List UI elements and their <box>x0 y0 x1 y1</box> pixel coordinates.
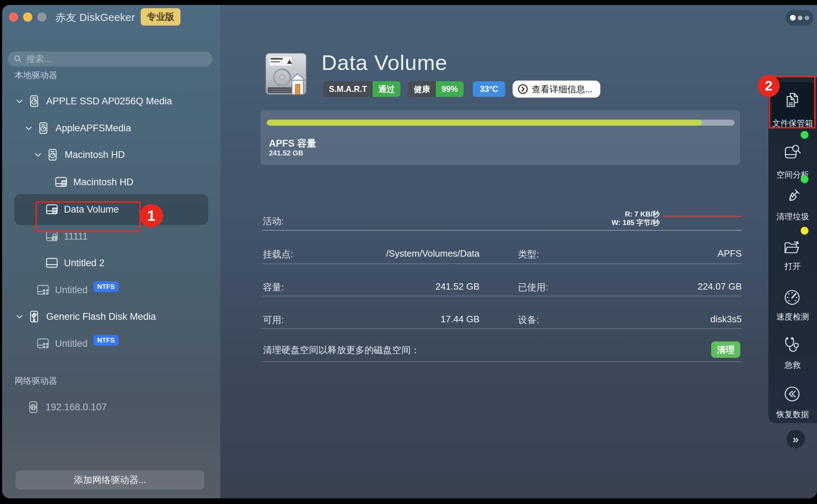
clean-button[interactable]: 清理 <box>711 341 740 358</box>
health-label: 健康 <box>408 81 436 97</box>
analyze-icon[interactable] <box>782 143 802 163</box>
capacity-size: 241.52 GB <box>269 149 303 157</box>
drive-item-macintosh-hd[interactable]: Macintosh HD <box>2 141 220 168</box>
temperature-badge: 33°C <box>473 81 505 97</box>
volume-lock-icon <box>45 230 58 243</box>
info-label: 挂载点: <box>263 248 293 261</box>
filesystem-badge: NTFS <box>93 281 119 292</box>
volume-ntfs-icon <box>37 284 49 296</box>
smart-label: S.M.A.R.T <box>323 81 373 97</box>
yellow-status-dot <box>801 227 808 235</box>
activity-label: 活动: <box>263 215 284 228</box>
zoom-button[interactable] <box>37 12 47 22</box>
view-details-label: 查看详细信息... <box>532 83 593 95</box>
green-status-dot <box>801 131 808 139</box>
recover-icon[interactable] <box>782 384 802 404</box>
drive-item-untitled-2[interactable]: Untitled 2 <box>2 250 220 276</box>
search-icon <box>13 55 22 63</box>
info-label: 类型: <box>518 248 539 261</box>
open-icon[interactable] <box>782 239 802 258</box>
capacity-progress-bar <box>267 120 735 126</box>
filesystem-badge: NTFS <box>93 335 119 346</box>
minimize-button[interactable] <box>23 12 32 22</box>
sidebar: 赤友 DiskGeeker 专业版 本地驱动器 APPLE SSD AP0256… <box>2 5 220 498</box>
tool-label: 急救 <box>768 360 817 371</box>
disk-icon <box>46 148 59 161</box>
info-label: 容量: <box>263 281 284 294</box>
section-network-drives: 网络驱动器 <box>15 375 57 387</box>
info-value: 224.07 GB <box>698 281 742 292</box>
divider <box>262 263 742 264</box>
drive-item-untitled[interactable]: UntitledNTFS <box>2 330 220 357</box>
drive-item-label: Untitled <box>55 338 88 349</box>
activity-write-speed: W: 185 字节/秒 <box>612 218 660 228</box>
vault-icon[interactable] <box>782 91 802 110</box>
chevron-down-icon[interactable] <box>15 97 24 106</box>
capacity-progress-fill <box>267 120 702 126</box>
add-network-drive-button[interactable]: 添加网络驱动器... <box>16 470 204 489</box>
annotation-step1: 1 <box>140 204 163 228</box>
smart-status-badge: S.M.A.R.T 通过 <box>323 81 400 97</box>
search-box[interactable] <box>8 51 212 66</box>
speed-icon[interactable] <box>782 287 802 307</box>
divider <box>262 296 742 296</box>
info-label: 已使用: <box>518 281 548 294</box>
view-details-button[interactable]: 查看详细信息... <box>513 81 600 98</box>
clean-hint-label: 清理硬盘空间以释放更多的磁盘空间： <box>263 344 420 356</box>
app-window: Data Volume S.M.A.R.T 通过 健康 99% 33°C 查看详… <box>2 5 817 498</box>
drive-item-untitled[interactable]: UntitledNTFS <box>2 276 220 303</box>
drive-item-label: 11111 <box>64 231 88 242</box>
section-local-drives: 本地驱动器 <box>15 70 57 81</box>
usb-icon <box>28 310 40 323</box>
volume-ntfs-icon <box>37 337 49 350</box>
edition-badge: 专业版 <box>141 8 180 26</box>
smart-value: 通过 <box>373 81 400 97</box>
info-value: 241.52 GB <box>435 281 480 292</box>
drive-item-label: Untitled <box>55 285 88 296</box>
info-value: disk3s5 <box>710 314 742 325</box>
disk-icon <box>28 95 40 108</box>
more-menu-button[interactable] <box>786 10 813 26</box>
activity-read-speed: R: 7 KB/秒 <box>625 209 660 219</box>
drive-item-appleapfsmedia[interactable]: AppleAPFSMedia <box>2 115 220 142</box>
tool-label: 恢复数据 <box>768 409 817 420</box>
search-input[interactable] <box>26 54 212 65</box>
annotation-step2: 2 <box>758 75 780 97</box>
clean-icon[interactable] <box>782 187 802 207</box>
drive-item-label: AppleAPFSMedia <box>55 123 131 134</box>
drive-item-generic-flash-disk-media[interactable]: Generic Flash Disk Media <box>2 303 220 330</box>
page-title: Data Volume <box>321 50 448 75</box>
chevron-down-icon[interactable] <box>15 312 24 321</box>
tool-label: 空间分析 <box>768 169 817 180</box>
drive-item-apple-ssd-ap0256q-media[interactable]: APPLE SSD AP0256Q Media <box>2 88 220 115</box>
drive-item-label: 192.168.0.107 <box>45 402 107 413</box>
info-value: 17.44 GB <box>440 314 480 325</box>
activity-sparkline <box>663 216 742 217</box>
close-button[interactable] <box>9 12 18 22</box>
expand-panel-button[interactable]: » <box>786 430 805 448</box>
drive-item-macintosh-hd[interactable]: Macintosh HD <box>2 169 220 196</box>
drive-item-data-volume[interactable]: Data Volume <box>2 196 220 223</box>
drive-item-label: APPLE SSD AP0256Q Media <box>46 96 172 107</box>
info-label: 可用: <box>263 314 284 326</box>
hard-drive-icon <box>264 52 308 100</box>
drive-item-label: Data Volume <box>64 204 119 215</box>
drive-item-192-168-0-107[interactable]: 192.168.0.107 <box>2 394 220 421</box>
aid-icon[interactable] <box>782 335 802 355</box>
tool-label: 打开 <box>768 261 817 272</box>
drive-item-label: Generic Flash Disk Media <box>46 311 156 322</box>
chevron-down-icon[interactable] <box>24 124 33 133</box>
chevron-down-icon[interactable] <box>33 150 43 159</box>
drive-item-label: Macintosh HD <box>65 149 125 160</box>
info-label: 设备: <box>518 314 539 326</box>
circle-arrow-icon <box>518 84 528 94</box>
volume-plain-icon <box>45 257 58 269</box>
volume-mac-icon <box>45 203 58 216</box>
divider <box>262 328 742 329</box>
drive-item-11111[interactable]: 11111 <box>2 223 220 250</box>
disk-icon <box>37 122 50 135</box>
globe-icon <box>27 401 40 413</box>
drive-item-label: Macintosh HD <box>73 177 134 188</box>
volume-mac-icon <box>55 176 67 188</box>
green-status-dot <box>801 175 808 183</box>
